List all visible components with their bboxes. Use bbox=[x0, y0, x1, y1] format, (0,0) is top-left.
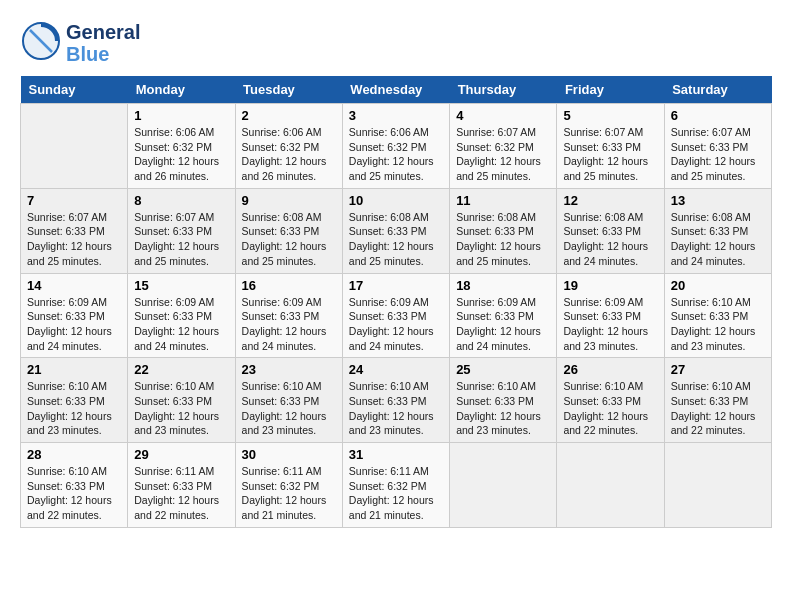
day-number: 17 bbox=[349, 278, 443, 293]
day-details: Sunrise: 6:08 AMSunset: 6:33 PMDaylight:… bbox=[456, 210, 550, 269]
day-number: 16 bbox=[242, 278, 336, 293]
day-number: 18 bbox=[456, 278, 550, 293]
day-details: Sunrise: 6:09 AMSunset: 6:33 PMDaylight:… bbox=[27, 295, 121, 354]
calendar-cell: 20Sunrise: 6:10 AMSunset: 6:33 PMDayligh… bbox=[664, 273, 771, 358]
day-details: Sunrise: 6:11 AMSunset: 6:32 PMDaylight:… bbox=[242, 464, 336, 523]
calendar-cell: 3Sunrise: 6:06 AMSunset: 6:32 PMDaylight… bbox=[342, 104, 449, 189]
day-details: Sunrise: 6:07 AMSunset: 6:33 PMDaylight:… bbox=[563, 125, 657, 184]
logo-icon bbox=[20, 20, 62, 62]
day-number: 7 bbox=[27, 193, 121, 208]
day-details: Sunrise: 6:06 AMSunset: 6:32 PMDaylight:… bbox=[242, 125, 336, 184]
day-details: Sunrise: 6:10 AMSunset: 6:33 PMDaylight:… bbox=[671, 295, 765, 354]
calendar-cell: 4Sunrise: 6:07 AMSunset: 6:32 PMDaylight… bbox=[450, 104, 557, 189]
day-details: Sunrise: 6:10 AMSunset: 6:33 PMDaylight:… bbox=[27, 379, 121, 438]
day-details: Sunrise: 6:07 AMSunset: 6:33 PMDaylight:… bbox=[134, 210, 228, 269]
logo-text-general: General bbox=[66, 21, 140, 43]
calendar-table: SundayMondayTuesdayWednesdayThursdayFrid… bbox=[20, 76, 772, 528]
day-details: Sunrise: 6:08 AMSunset: 6:33 PMDaylight:… bbox=[563, 210, 657, 269]
day-details: Sunrise: 6:08 AMSunset: 6:33 PMDaylight:… bbox=[349, 210, 443, 269]
day-details: Sunrise: 6:11 AMSunset: 6:32 PMDaylight:… bbox=[349, 464, 443, 523]
calendar-cell: 9Sunrise: 6:08 AMSunset: 6:33 PMDaylight… bbox=[235, 188, 342, 273]
day-number: 20 bbox=[671, 278, 765, 293]
day-header-thursday: Thursday bbox=[450, 76, 557, 104]
calendar-cell bbox=[21, 104, 128, 189]
day-number: 13 bbox=[671, 193, 765, 208]
day-details: Sunrise: 6:09 AMSunset: 6:33 PMDaylight:… bbox=[134, 295, 228, 354]
day-details: Sunrise: 6:09 AMSunset: 6:33 PMDaylight:… bbox=[563, 295, 657, 354]
calendar-cell: 10Sunrise: 6:08 AMSunset: 6:33 PMDayligh… bbox=[342, 188, 449, 273]
day-number: 12 bbox=[563, 193, 657, 208]
calendar-cell: 25Sunrise: 6:10 AMSunset: 6:33 PMDayligh… bbox=[450, 358, 557, 443]
day-details: Sunrise: 6:07 AMSunset: 6:33 PMDaylight:… bbox=[27, 210, 121, 269]
day-header-wednesday: Wednesday bbox=[342, 76, 449, 104]
calendar-cell: 16Sunrise: 6:09 AMSunset: 6:33 PMDayligh… bbox=[235, 273, 342, 358]
calendar-cell: 8Sunrise: 6:07 AMSunset: 6:33 PMDaylight… bbox=[128, 188, 235, 273]
calendar-cell bbox=[664, 443, 771, 528]
calendar-cell: 24Sunrise: 6:10 AMSunset: 6:33 PMDayligh… bbox=[342, 358, 449, 443]
day-details: Sunrise: 6:10 AMSunset: 6:33 PMDaylight:… bbox=[563, 379, 657, 438]
day-header-saturday: Saturday bbox=[664, 76, 771, 104]
calendar-cell bbox=[557, 443, 664, 528]
calendar-cell: 2Sunrise: 6:06 AMSunset: 6:32 PMDaylight… bbox=[235, 104, 342, 189]
day-details: Sunrise: 6:08 AMSunset: 6:33 PMDaylight:… bbox=[242, 210, 336, 269]
day-number: 15 bbox=[134, 278, 228, 293]
calendar-cell: 11Sunrise: 6:08 AMSunset: 6:33 PMDayligh… bbox=[450, 188, 557, 273]
day-details: Sunrise: 6:10 AMSunset: 6:33 PMDaylight:… bbox=[671, 379, 765, 438]
day-number: 11 bbox=[456, 193, 550, 208]
day-details: Sunrise: 6:07 AMSunset: 6:32 PMDaylight:… bbox=[456, 125, 550, 184]
day-details: Sunrise: 6:06 AMSunset: 6:32 PMDaylight:… bbox=[349, 125, 443, 184]
calendar-cell: 30Sunrise: 6:11 AMSunset: 6:32 PMDayligh… bbox=[235, 443, 342, 528]
day-number: 28 bbox=[27, 447, 121, 462]
day-number: 23 bbox=[242, 362, 336, 377]
calendar-cell: 14Sunrise: 6:09 AMSunset: 6:33 PMDayligh… bbox=[21, 273, 128, 358]
day-details: Sunrise: 6:10 AMSunset: 6:33 PMDaylight:… bbox=[349, 379, 443, 438]
logo-text-blue: Blue bbox=[66, 43, 140, 65]
calendar-cell: 5Sunrise: 6:07 AMSunset: 6:33 PMDaylight… bbox=[557, 104, 664, 189]
day-details: Sunrise: 6:09 AMSunset: 6:33 PMDaylight:… bbox=[456, 295, 550, 354]
day-details: Sunrise: 6:09 AMSunset: 6:33 PMDaylight:… bbox=[242, 295, 336, 354]
calendar-cell: 17Sunrise: 6:09 AMSunset: 6:33 PMDayligh… bbox=[342, 273, 449, 358]
calendar-cell: 22Sunrise: 6:10 AMSunset: 6:33 PMDayligh… bbox=[128, 358, 235, 443]
day-header-sunday: Sunday bbox=[21, 76, 128, 104]
calendar-cell: 12Sunrise: 6:08 AMSunset: 6:33 PMDayligh… bbox=[557, 188, 664, 273]
day-number: 14 bbox=[27, 278, 121, 293]
day-header-monday: Monday bbox=[128, 76, 235, 104]
day-header-tuesday: Tuesday bbox=[235, 76, 342, 104]
day-number: 4 bbox=[456, 108, 550, 123]
calendar-cell: 23Sunrise: 6:10 AMSunset: 6:33 PMDayligh… bbox=[235, 358, 342, 443]
day-details: Sunrise: 6:10 AMSunset: 6:33 PMDaylight:… bbox=[134, 379, 228, 438]
day-details: Sunrise: 6:07 AMSunset: 6:33 PMDaylight:… bbox=[671, 125, 765, 184]
calendar-cell: 15Sunrise: 6:09 AMSunset: 6:33 PMDayligh… bbox=[128, 273, 235, 358]
day-number: 27 bbox=[671, 362, 765, 377]
calendar-cell: 19Sunrise: 6:09 AMSunset: 6:33 PMDayligh… bbox=[557, 273, 664, 358]
calendar-cell: 28Sunrise: 6:10 AMSunset: 6:33 PMDayligh… bbox=[21, 443, 128, 528]
calendar-cell: 31Sunrise: 6:11 AMSunset: 6:32 PMDayligh… bbox=[342, 443, 449, 528]
day-number: 3 bbox=[349, 108, 443, 123]
day-details: Sunrise: 6:10 AMSunset: 6:33 PMDaylight:… bbox=[27, 464, 121, 523]
day-number: 31 bbox=[349, 447, 443, 462]
calendar-cell: 13Sunrise: 6:08 AMSunset: 6:33 PMDayligh… bbox=[664, 188, 771, 273]
day-number: 1 bbox=[134, 108, 228, 123]
day-details: Sunrise: 6:11 AMSunset: 6:33 PMDaylight:… bbox=[134, 464, 228, 523]
day-number: 8 bbox=[134, 193, 228, 208]
calendar-cell: 7Sunrise: 6:07 AMSunset: 6:33 PMDaylight… bbox=[21, 188, 128, 273]
calendar-cell bbox=[450, 443, 557, 528]
day-details: Sunrise: 6:08 AMSunset: 6:33 PMDaylight:… bbox=[671, 210, 765, 269]
day-number: 21 bbox=[27, 362, 121, 377]
day-number: 30 bbox=[242, 447, 336, 462]
day-details: Sunrise: 6:09 AMSunset: 6:33 PMDaylight:… bbox=[349, 295, 443, 354]
day-number: 25 bbox=[456, 362, 550, 377]
page-header: General Blue bbox=[20, 20, 772, 66]
day-number: 24 bbox=[349, 362, 443, 377]
day-number: 5 bbox=[563, 108, 657, 123]
day-number: 29 bbox=[134, 447, 228, 462]
day-number: 2 bbox=[242, 108, 336, 123]
day-details: Sunrise: 6:10 AMSunset: 6:33 PMDaylight:… bbox=[456, 379, 550, 438]
day-number: 6 bbox=[671, 108, 765, 123]
calendar-cell: 1Sunrise: 6:06 AMSunset: 6:32 PMDaylight… bbox=[128, 104, 235, 189]
day-details: Sunrise: 6:10 AMSunset: 6:33 PMDaylight:… bbox=[242, 379, 336, 438]
calendar-cell: 27Sunrise: 6:10 AMSunset: 6:33 PMDayligh… bbox=[664, 358, 771, 443]
day-details: Sunrise: 6:06 AMSunset: 6:32 PMDaylight:… bbox=[134, 125, 228, 184]
day-header-friday: Friday bbox=[557, 76, 664, 104]
day-number: 10 bbox=[349, 193, 443, 208]
